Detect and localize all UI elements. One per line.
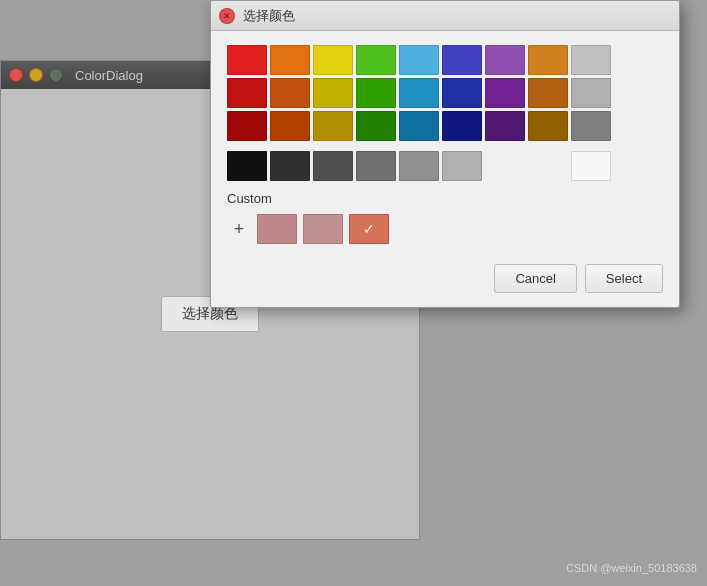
color-swatch[interactable] xyxy=(442,45,482,75)
color-swatch[interactable] xyxy=(227,45,267,75)
cancel-button[interactable]: Cancel xyxy=(494,264,576,293)
color-swatch[interactable] xyxy=(270,111,310,141)
color-row xyxy=(227,111,663,141)
dialog-titlebar: ✕ 选择颜色 xyxy=(211,1,679,31)
custom-selected-color[interactable]: ✓ xyxy=(349,214,389,244)
custom-swatches-row: + ✓ xyxy=(227,214,663,244)
gray-swatch[interactable] xyxy=(313,151,353,181)
color-swatch[interactable] xyxy=(571,78,611,108)
bg-window-title: ColorDialog xyxy=(75,68,143,83)
color-swatch[interactable] xyxy=(227,111,267,141)
checkmark-icon: ✓ xyxy=(363,221,375,237)
dialog-body: Custom + ✓ Cancel Select xyxy=(211,31,679,307)
gray-swatch[interactable] xyxy=(356,151,396,181)
color-swatch[interactable] xyxy=(313,78,353,108)
color-row xyxy=(227,45,663,75)
color-swatch[interactable] xyxy=(399,78,439,108)
custom-swatch-1[interactable] xyxy=(257,214,297,244)
color-swatch[interactable] xyxy=(399,45,439,75)
color-swatch[interactable] xyxy=(485,45,525,75)
gray-swatch[interactable] xyxy=(227,151,267,181)
add-custom-color-button[interactable]: + xyxy=(227,219,251,240)
color-swatch[interactable] xyxy=(442,111,482,141)
gray-swatch xyxy=(528,151,568,181)
color-swatch[interactable] xyxy=(571,45,611,75)
color-dialog: ✕ 选择颜色 Custom + ✓ Cancel Select xyxy=(210,0,680,308)
dialog-close-button[interactable]: ✕ xyxy=(219,8,235,24)
gray-swatch[interactable] xyxy=(442,151,482,181)
color-swatch[interactable] xyxy=(442,78,482,108)
color-swatch[interactable] xyxy=(571,111,611,141)
color-swatch[interactable] xyxy=(270,78,310,108)
color-swatch[interactable] xyxy=(528,45,568,75)
color-row xyxy=(227,78,663,108)
color-swatch[interactable] xyxy=(399,111,439,141)
dialog-footer: Cancel Select xyxy=(227,260,663,293)
color-swatch[interactable] xyxy=(227,78,267,108)
gray-swatch[interactable] xyxy=(270,151,310,181)
color-swatch[interactable] xyxy=(313,111,353,141)
color-swatch[interactable] xyxy=(356,45,396,75)
color-swatch[interactable] xyxy=(356,78,396,108)
color-swatch[interactable] xyxy=(528,78,568,108)
gray-swatch[interactable] xyxy=(399,151,439,181)
color-swatch-grid xyxy=(227,45,663,141)
gray-swatch[interactable] xyxy=(571,151,611,181)
bg-close-btn[interactable] xyxy=(9,68,23,82)
gray-swatch xyxy=(485,151,525,181)
color-swatch[interactable] xyxy=(270,45,310,75)
dialog-title: 选择颜色 xyxy=(243,7,295,25)
select-button[interactable]: Select xyxy=(585,264,663,293)
custom-swatch-2[interactable] xyxy=(303,214,343,244)
color-swatch[interactable] xyxy=(485,78,525,108)
bg-min-btn[interactable] xyxy=(29,68,43,82)
color-swatch[interactable] xyxy=(313,45,353,75)
color-swatch[interactable] xyxy=(528,111,568,141)
watermark: CSDN @weixin_50183638 xyxy=(566,562,697,574)
custom-label: Custom xyxy=(227,191,663,206)
bg-max-btn[interactable] xyxy=(49,68,63,82)
color-swatch[interactable] xyxy=(356,111,396,141)
gray-row xyxy=(227,151,663,181)
color-swatch[interactable] xyxy=(485,111,525,141)
